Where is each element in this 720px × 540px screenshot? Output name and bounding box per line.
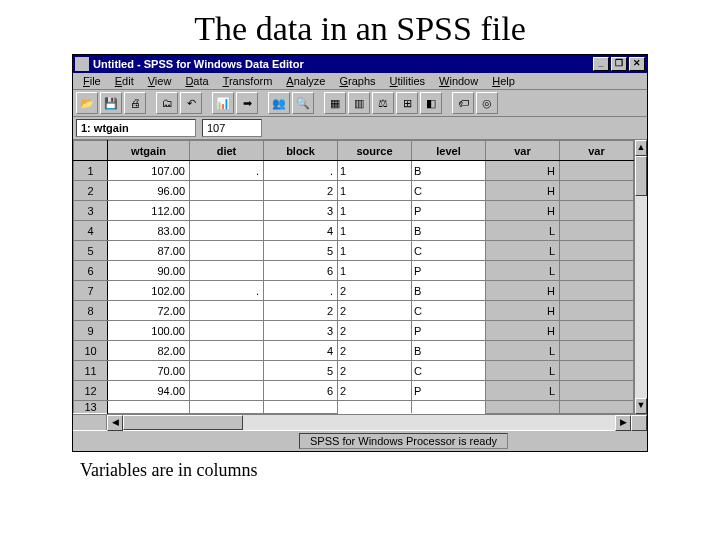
data-cell[interactable]: 2 [338,301,412,321]
row-header[interactable]: 9 [74,321,108,341]
data-cell[interactable] [190,201,264,221]
scroll-up-button[interactable]: ▲ [635,140,647,156]
undo-icon[interactable]: ↶ [180,92,202,114]
data-cell[interactable]: 1 [338,161,412,181]
table-row[interactable]: 483.0041BL [74,221,634,241]
table-row[interactable]: 690.0061PL [74,261,634,281]
table-row[interactable]: 587.0051CL [74,241,634,261]
data-cell[interactable] [338,401,412,414]
menu-analyze[interactable]: Analyze [280,74,331,88]
data-cell[interactable]: 82.00 [108,341,190,361]
data-cell[interactable]: 94.00 [108,381,190,401]
data-cell[interactable] [190,361,264,381]
data-cell[interactable] [560,321,634,341]
data-cell[interactable]: 5 [264,241,338,261]
menu-transform[interactable]: Transform [217,74,279,88]
value-labels-icon[interactable]: 🏷 [452,92,474,114]
weight-cases-icon[interactable]: ⊞ [396,92,418,114]
data-cell[interactable] [190,181,264,201]
data-cell[interactable]: P [412,261,486,281]
data-cell[interactable]: 102.00 [108,281,190,301]
goto-case-icon[interactable]: ➡ [236,92,258,114]
data-cell[interactable]: 3 [264,321,338,341]
data-cell[interactable] [412,401,486,414]
row-header[interactable]: 3 [74,201,108,221]
data-cell[interactable]: 1 [338,181,412,201]
data-cell[interactable]: 2 [338,321,412,341]
table-row[interactable]: 872.0022CH [74,301,634,321]
print-icon[interactable]: 🖨 [124,92,146,114]
scroll-down-button[interactable]: ▼ [635,398,647,414]
row-header[interactable]: 4 [74,221,108,241]
data-cell[interactable] [108,401,190,414]
data-cell[interactable]: L [486,381,560,401]
data-cell[interactable] [560,341,634,361]
col-var-2[interactable]: var [560,141,634,161]
find-icon[interactable]: 🔍 [292,92,314,114]
data-cell[interactable]: P [412,201,486,221]
data-cell[interactable] [560,361,634,381]
data-cell[interactable]: L [486,261,560,281]
data-cell[interactable]: . [190,161,264,181]
data-cell[interactable] [190,241,264,261]
data-cell[interactable]: . [190,281,264,301]
data-cell[interactable]: L [486,241,560,261]
data-cell[interactable]: . [264,161,338,181]
row-header[interactable]: 12 [74,381,108,401]
data-cell[interactable] [560,161,634,181]
data-cell[interactable]: 2 [264,181,338,201]
data-cell[interactable]: 4 [264,341,338,361]
table-row[interactable]: 1294.0062PL [74,381,634,401]
data-cell[interactable]: 4 [264,221,338,241]
table-row[interactable]: 1170.0052CL [74,361,634,381]
hscroll-track[interactable] [123,415,615,430]
cell-value-input[interactable]: 107 [202,119,262,137]
menu-file[interactable]: File [77,74,107,88]
data-cell[interactable]: 96.00 [108,181,190,201]
data-cell[interactable] [190,221,264,241]
data-cell[interactable]: 70.00 [108,361,190,381]
open-icon[interactable]: 📂 [76,92,98,114]
row-header[interactable]: 1 [74,161,108,181]
data-cell[interactable]: 1 [338,241,412,261]
data-cell[interactable]: H [486,181,560,201]
scroll-left-button[interactable]: ◀ [107,415,123,431]
data-cell[interactable] [560,401,634,414]
data-cell[interactable]: 90.00 [108,261,190,281]
data-cell[interactable]: 100.00 [108,321,190,341]
col-diet[interactable]: diet [190,141,264,161]
row-header[interactable]: 6 [74,261,108,281]
horizontal-scrollbar[interactable]: ◀ ▶ [107,415,631,430]
data-cell[interactable]: L [486,341,560,361]
data-cell[interactable]: B [412,161,486,181]
data-cell[interactable]: 6 [264,261,338,281]
data-cell[interactable] [190,381,264,401]
data-cell[interactable] [560,301,634,321]
menu-edit[interactable]: Edit [109,74,140,88]
data-cell[interactable] [190,401,264,414]
data-cell[interactable]: B [412,221,486,241]
row-header[interactable]: 13 [74,401,108,414]
row-header[interactable]: 10 [74,341,108,361]
data-cell[interactable]: 1 [338,201,412,221]
scroll-right-button[interactable]: ▶ [615,415,631,431]
data-cell[interactable] [560,241,634,261]
data-cell[interactable]: H [486,161,560,181]
row-header[interactable]: 7 [74,281,108,301]
menu-utilities[interactable]: Utilities [384,74,431,88]
data-cell[interactable] [560,201,634,221]
data-cell[interactable] [190,261,264,281]
data-cell[interactable]: H [486,201,560,221]
vscroll-track[interactable] [635,156,647,398]
row-header[interactable]: 11 [74,361,108,381]
hscroll-thumb[interactable] [123,415,243,430]
data-cell[interactable]: H [486,321,560,341]
save-icon[interactable]: 💾 [100,92,122,114]
data-cell[interactable] [486,401,560,414]
insert-case-icon[interactable]: ▦ [324,92,346,114]
data-cell[interactable] [190,341,264,361]
data-cell[interactable] [560,381,634,401]
data-cell[interactable]: P [412,321,486,341]
menu-help[interactable]: Help [486,74,521,88]
row-header[interactable]: 2 [74,181,108,201]
